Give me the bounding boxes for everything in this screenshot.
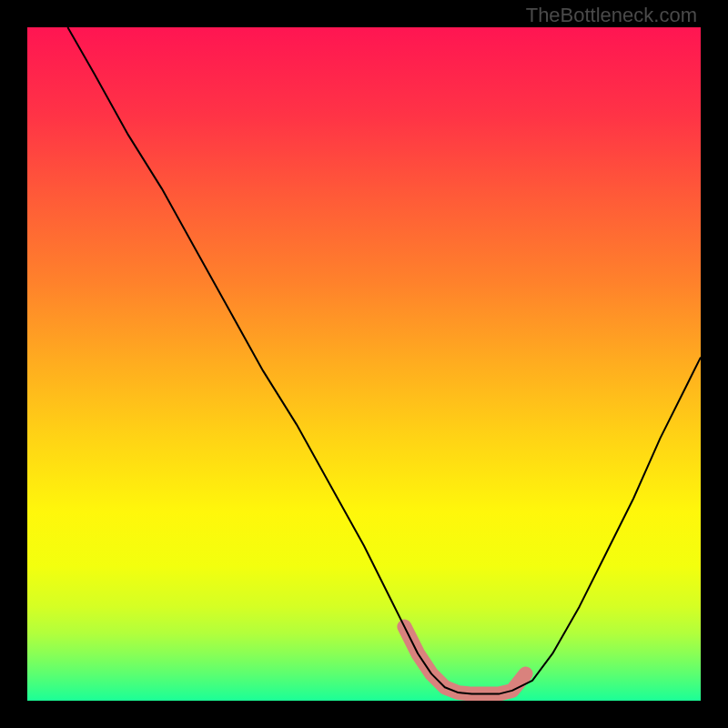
chart-svg — [27, 27, 701, 701]
chart-container: TheBottleneck.com — [0, 0, 728, 728]
watermark-label: TheBottleneck.com — [526, 4, 697, 27]
bottleneck-curve — [67, 27, 701, 694]
plot-area — [27, 27, 701, 701]
